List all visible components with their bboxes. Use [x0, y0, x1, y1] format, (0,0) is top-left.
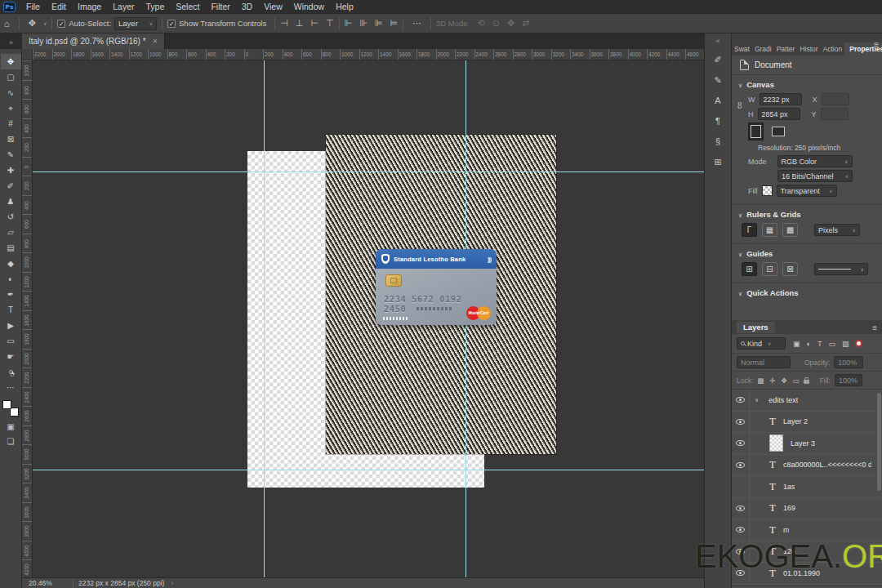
home-icon[interactable]: ⌂ [0, 19, 14, 29]
distribute-left-icon[interactable]: ⊩ [345, 18, 353, 29]
crop-tool[interactable]: # [1, 116, 21, 131]
menu-3d[interactable]: 3D [236, 0, 258, 14]
horizontal-guide[interactable] [33, 172, 704, 172]
layer-row[interactable]: ∨ edits text [732, 390, 882, 412]
ruler-origin-corner[interactable] [22, 49, 33, 60]
document-tab[interactable]: Italy id.psd @ 20.7% (RGB/16) * ✕ [22, 33, 165, 49]
lock-position-icon[interactable]: ✥ [781, 376, 786, 385]
lasso-tool[interactable]: ∿ [1, 85, 21, 100]
layers-scrollbar[interactable] [877, 393, 881, 491]
libraries-panel-icon[interactable]: ⊞ [709, 154, 727, 170]
align-right-edges-icon[interactable]: ⊢ [310, 18, 318, 29]
bit-depth-dropdown[interactable]: 16 Bits/Channel∨ [777, 170, 853, 182]
layer-visibility-toggle[interactable] [732, 412, 750, 433]
brushes-panel-icon[interactable]: ✎ [709, 72, 727, 88]
smart-guides-icon[interactable]: ⊟ [762, 262, 777, 276]
show-transform-checkbox[interactable]: ✓ [167, 20, 176, 28]
filter-shape-layers-icon[interactable]: ▭ [828, 340, 835, 348]
panel-menu-icon[interactable]: ≡ [874, 40, 879, 49]
layer-visibility-toggle[interactable] [732, 390, 750, 411]
object-selection-tool[interactable]: ⌖ [1, 100, 21, 116]
layer-fill-field[interactable]: 100% [835, 374, 862, 386]
layer-filter-toggle[interactable] [855, 340, 862, 347]
rectangle-tool[interactable]: ▭ [1, 333, 21, 349]
toggle-guides-icon[interactable]: ⊞ [742, 262, 757, 276]
menu-file[interactable]: File [20, 0, 46, 14]
tab-gradients[interactable]: Gradi [752, 42, 774, 56]
fill-swatch[interactable] [762, 185, 773, 196]
lock-image-pixels-icon[interactable]: ✛ [769, 376, 775, 385]
gradient-tool[interactable]: ▤ [1, 240, 21, 256]
status-options-chevron-icon[interactable]: › [171, 579, 173, 587]
vertical-guide[interactable] [264, 60, 265, 577]
tab-history[interactable]: Histor [797, 42, 820, 56]
tool-preset-caret-icon[interactable]: ∨ [43, 20, 47, 26]
more-tools[interactable]: ⋯ [1, 380, 21, 395]
layer-row[interactable]: ∨ 1as [732, 476, 882, 498]
ruler-units-dropdown[interactable]: Pixels∨ [814, 224, 860, 236]
group-expand-chevron-icon[interactable]: ∨ [755, 397, 759, 403]
filter-adjustment-layers-icon[interactable]: ◐ [807, 340, 811, 348]
frame-tool[interactable]: ⊠ [1, 131, 21, 147]
brush-settings-panel-icon[interactable]: ✐ [709, 51, 727, 68]
type-tool[interactable]: T [1, 302, 21, 318]
align-left-edges-icon[interactable]: ⊣ [280, 18, 288, 29]
hand-tool[interactable]: ☛ [1, 349, 21, 364]
constrain-proportions-icon[interactable]: 8 [737, 101, 742, 110]
lock-all-icon[interactable] [804, 380, 809, 384]
layer-thumbnail[interactable] [769, 480, 776, 493]
guide-style-dropdown[interactable]: ∨ [814, 263, 868, 275]
layer-visibility-toggle[interactable] [732, 433, 750, 454]
distribute-right-icon[interactable]: ⊫ [375, 18, 383, 29]
menu-select[interactable]: Select [170, 0, 205, 14]
color-swatches[interactable] [2, 400, 19, 416]
zoom-tool[interactable]: ○ [1, 364, 21, 380]
layer-thumbnail[interactable] [769, 501, 776, 514]
path-selection-tool[interactable]: ▶ [1, 318, 21, 333]
canvas-area[interactable]: Standard Lesotho Bank ))) 2234 5672 0192… [33, 60, 704, 577]
filter-pixel-layers-icon[interactable]: ▣ [793, 340, 800, 348]
vertical-ruler[interactable]: 1000800600400200020040060080010001200140… [22, 60, 33, 577]
toggle-rulers-icon[interactable]: Γ [742, 223, 757, 237]
width-field[interactable]: 2232 px [760, 93, 802, 105]
menu-image[interactable]: Image [72, 0, 107, 14]
menu-type[interactable]: Type [140, 0, 170, 14]
align-top-edges-icon[interactable]: ⊤ [326, 18, 334, 29]
layer-visibility-toggle[interactable] [732, 519, 750, 541]
toolbar-collapse-icon[interactable]: » [0, 38, 22, 49]
layer-thumbnail[interactable] [769, 415, 776, 428]
eyedropper-tool[interactable]: ✎ [1, 147, 21, 163]
tab-swatches[interactable]: Swat [732, 42, 752, 56]
portrait-orientation-button[interactable] [748, 122, 764, 140]
zoom-level[interactable]: 20.46% [29, 579, 68, 587]
paragraph-panel-icon[interactable]: ¶ [709, 113, 727, 129]
landscape-orientation-button[interactable] [769, 124, 787, 139]
eraser-tool[interactable]: ▱ [1, 225, 21, 240]
auto-select-dropdown[interactable]: Layer∨ [114, 17, 157, 30]
move-tool[interactable]: ✥ [1, 54, 21, 69]
foreground-color-swatch[interactable] [2, 400, 11, 409]
layer-row[interactable]: ∨ c8a000000L..<<<<<<<<0 d [732, 455, 882, 477]
glyphs-panel-icon[interactable]: § [709, 133, 727, 149]
lock-guides-icon[interactable]: ⊠ [782, 262, 798, 276]
toggle-grid-icon[interactable]: ▦ [762, 223, 777, 237]
layer-visibility-toggle[interactable] [732, 476, 750, 497]
lock-artboard-icon[interactable]: ▭ [793, 376, 800, 385]
filter-type-layers-icon[interactable]: T [817, 340, 822, 348]
layer-visibility-toggle[interactable] [732, 498, 750, 519]
color-mode-dropdown[interactable]: RGB Color∨ [777, 155, 853, 167]
move-tool-icon[interactable]: ✥ [24, 18, 40, 29]
menu-edit[interactable]: Edit [46, 0, 72, 14]
auto-select-checkbox[interactable]: ✓ [57, 20, 65, 28]
tab-actions[interactable]: Action [821, 42, 845, 56]
fill-dropdown[interactable]: Transparent∨ [777, 185, 837, 197]
menu-view[interactable]: View [258, 0, 288, 14]
layer-row[interactable]: ∨ Layer 2 [732, 412, 882, 434]
more-options-icon[interactable]: ⋯ [408, 18, 425, 29]
quick-mask-button[interactable]: ▣ [7, 422, 14, 431]
healing-brush-tool[interactable]: ✚ [1, 163, 21, 178]
layers-tab[interactable]: Layers [737, 322, 775, 333]
clone-stamp-tool[interactable]: ♟ [1, 194, 21, 209]
layers-menu-icon[interactable]: ≡ [872, 323, 877, 332]
character-panel-icon[interactable]: A [709, 92, 727, 109]
